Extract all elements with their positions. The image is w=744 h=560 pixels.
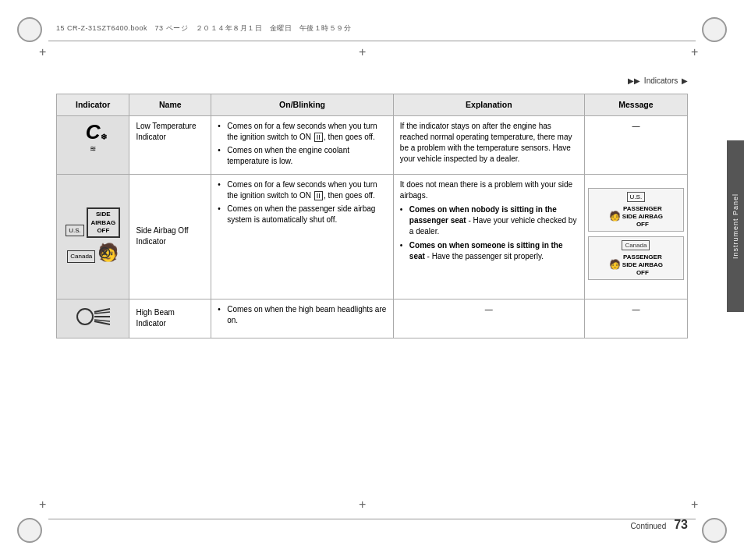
crosshair-tr — [693, 48, 703, 59]
list-item: Comes on when nobody is sitting in the p… — [400, 204, 578, 237]
side-airbag-on-blinking: Comes on for a few seconds when you turn… — [211, 174, 394, 299]
svg-point-0 — [77, 309, 93, 324]
col-header-explanation: Explanation — [393, 94, 584, 116]
explanation-intro: It does not mean there is a problem with… — [400, 180, 572, 200]
crosshair-tl — [41, 48, 51, 59]
svg-line-1 — [94, 309, 110, 312]
list-item: Comes on when someone is sitting in the … — [400, 240, 578, 262]
table-row: U.S. SIDEAIRBAGOFF Canada 🧑 ⊗ Side Airba… — [57, 174, 688, 299]
high-beam-svg — [74, 304, 112, 329]
continued-label: Continued73 — [631, 518, 688, 532]
list-item: Comes on when the passenger side airbag … — [218, 204, 387, 225]
indicator-icon-high-beam — [57, 299, 129, 338]
indicator-icon-low-temp: C ❄ ≋ — [57, 115, 129, 174]
side-tab: Instrument Panel — [727, 140, 744, 312]
table-row: High Beam Indicator Comes on when the hi… — [57, 299, 688, 338]
bold-text: Comes on when nobody is sitting in the p… — [409, 205, 557, 225]
list-item: Comes on for a few seconds when you turn… — [218, 179, 387, 201]
crosshair-br — [693, 501, 703, 512]
book-header: 15 CR-Z-31SZT6400.book 73 ページ ２０１４年８月１日 … — [56, 23, 351, 34]
low-temp-label: Low Temperature Indicator — [136, 122, 196, 141]
ignition-symbol: II — [314, 133, 323, 143]
explanation-text: If the indicator stays on after the engi… — [400, 122, 572, 163]
indicator-name-low-temp: Low Temperature Indicator — [129, 115, 211, 174]
list-item: Comes on when the high beam headlights a… — [218, 304, 387, 326]
airbag-icon-us: 🧑 — [609, 210, 621, 223]
list-item: Comes on when the engine coolant tempera… — [218, 145, 387, 167]
col-header-onblinking: On/Blinking — [211, 94, 394, 116]
airbag-icon-canada: 🧑 — [609, 258, 621, 271]
msg-text-canada: PASSENGERSIDE AIRBAGOFF — [622, 253, 663, 276]
low-temp-explanation: If the indicator stays on after the engi… — [393, 115, 584, 174]
crosshair-bm — [360, 501, 371, 512]
indicator-name-side-airbag: Side Airbag Off Indicator — [129, 174, 211, 299]
corner-decoration-tr — [702, 17, 727, 42]
crosshair-tm — [360, 48, 371, 59]
msg-text-us: PASSENGERSIDE AIRBAGOFF — [622, 205, 663, 228]
low-temp-message: — — [584, 115, 687, 174]
page-number: 73 — [674, 518, 688, 532]
indicators-label: Indicators — [644, 76, 678, 85]
side-airbag-label: Side Airbag Off Indicator — [136, 226, 188, 246]
corner-decoration-tl — [17, 17, 42, 42]
footer-rule — [48, 519, 696, 519]
high-beam-label: High Beam Indicator — [136, 308, 174, 328]
indicator-icon-side-airbag: U.S. SIDEAIRBAGOFF Canada 🧑 ⊗ — [57, 174, 129, 299]
ignition-symbol: II — [314, 191, 323, 201]
col-header-name: Name — [129, 94, 211, 116]
message-box-canada: Canada 🧑 PASSENGERSIDE AIRBAGOFF — [588, 236, 684, 280]
canada-label: Canada — [622, 240, 650, 250]
low-temp-on-blinking: Comes on for a few seconds when you turn… — [211, 115, 394, 174]
header-rule — [48, 41, 696, 41]
indicators-table: Indicator Name On/Blinking Explanation M… — [56, 94, 688, 338]
corner-decoration-br — [702, 518, 727, 543]
side-airbag-message: U.S. 🧑 PASSENGERSIDE AIRBAGOFF Canada 🧑 … — [584, 174, 687, 299]
indicators-header: Indicators — [628, 76, 688, 85]
indicator-name-high-beam: High Beam Indicator — [129, 299, 211, 338]
side-airbag-explanation: It does not mean there is a problem with… — [393, 174, 584, 299]
svg-line-3 — [94, 321, 110, 324]
table-row: C ❄ ≋ Low Temperature Indicator Comes on… — [57, 115, 688, 174]
corner-decoration-bl — [17, 518, 42, 543]
col-header-message: Message — [584, 94, 687, 116]
continued-text: Continued — [631, 522, 667, 530]
high-beam-on-blinking: Comes on when the high beam headlights a… — [211, 299, 394, 338]
us-label: U.S. — [627, 192, 646, 202]
side-tab-label: Instrument Panel — [732, 193, 739, 259]
high-beam-message: — — [584, 299, 687, 338]
high-beam-explanation: — — [393, 299, 584, 338]
bold-text: Comes on when someone is sitting in the … — [409, 241, 563, 261]
col-header-indicator: Indicator — [57, 94, 129, 116]
crosshair-bl — [41, 501, 51, 512]
list-item: Comes on for a few seconds when you turn… — [218, 121, 387, 143]
message-box-us: U.S. 🧑 PASSENGERSIDE AIRBAGOFF — [588, 188, 684, 232]
